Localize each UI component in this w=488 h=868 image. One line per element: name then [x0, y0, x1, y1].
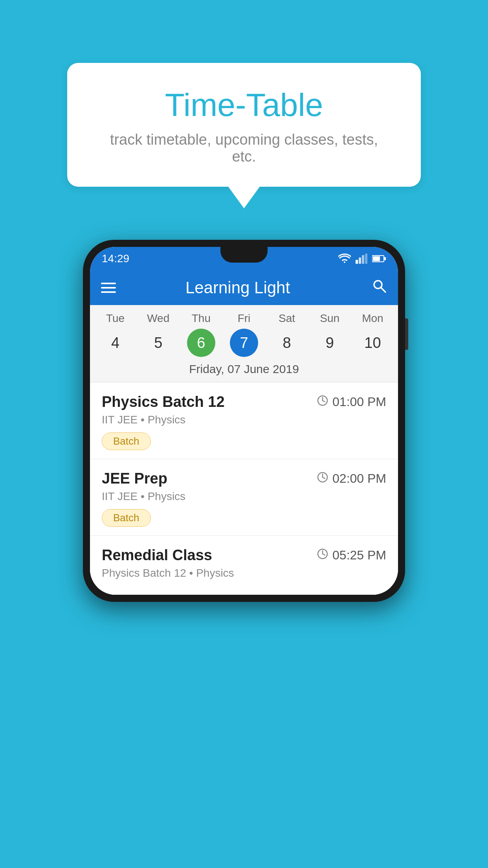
day-name-sat: Sat: [266, 312, 308, 325]
day-numbers-row: 4 5 6 7 8 9 10: [94, 329, 394, 357]
batch-badge-2: Batch: [102, 509, 151, 527]
svg-line-8: [381, 287, 385, 292]
phone-screen: 14:29: [90, 247, 398, 595]
svg-line-14: [323, 477, 325, 478]
bubble-subtitle: track timetable, upcoming classes, tests…: [99, 131, 389, 165]
schedule-item-1-subtitle: IIT JEE • Physics: [102, 414, 386, 426]
status-bar: 14:29: [90, 247, 398, 270]
svg-rect-1: [359, 257, 361, 264]
schedule-item-1-header: Physics Batch 12 01:00 PM: [102, 394, 386, 410]
schedule-item-2-header: JEE Prep 02:00 PM: [102, 470, 386, 487]
status-time: 14:29: [102, 252, 129, 265]
svg-rect-6: [384, 257, 386, 260]
schedule-item-3-subtitle: Physics Batch 12 • Physics: [102, 567, 386, 579]
bubble-title: Time-Table: [99, 86, 389, 123]
svg-rect-2: [362, 255, 364, 264]
schedule-item-2[interactable]: JEE Prep 02:00 PM: [90, 459, 398, 536]
calendar-day-7-selected[interactable]: 7: [230, 329, 258, 357]
calendar-section: Tue Wed Thu Fri Sat Sun Mon 4 5 6 7 8 9 …: [90, 305, 398, 383]
phone-wrapper: 14:29: [63, 240, 425, 602]
schedule-item-3[interactable]: Remedial Class 05:25 PM: [90, 536, 398, 595]
schedule-item-1-time: 01:00 PM: [317, 395, 386, 410]
svg-line-11: [323, 401, 325, 402]
status-icons: [338, 254, 386, 264]
batch-badge-1: Batch: [102, 432, 151, 450]
search-icon[interactable]: [371, 278, 387, 298]
day-name-fri: Fri: [222, 312, 265, 325]
svg-line-17: [323, 554, 325, 555]
wifi-icon: [338, 254, 351, 264]
selected-date-label: Friday, 07 June 2019: [94, 362, 394, 376]
day-names-row: Tue Wed Thu Fri Sat Sun Mon: [94, 312, 394, 325]
calendar-day-10[interactable]: 10: [358, 329, 387, 357]
day-name-tue: Tue: [94, 312, 137, 325]
svg-rect-5: [373, 256, 380, 261]
phone-side-button: [405, 318, 408, 350]
day-name-mon: Mon: [351, 312, 394, 325]
schedule-item-3-time: 05:25 PM: [317, 548, 386, 563]
calendar-day-5[interactable]: 5: [144, 329, 172, 357]
schedule-item-2-subtitle: IIT JEE • Physics: [102, 490, 386, 503]
clock-icon-3: [317, 548, 328, 563]
schedule-item-1-title: Physics Batch 12: [102, 394, 225, 410]
day-name-thu: Thu: [180, 312, 222, 325]
svg-rect-3: [365, 254, 367, 264]
day-name-wed: Wed: [137, 312, 180, 325]
phone-device: 14:29: [83, 240, 405, 602]
calendar-day-8[interactable]: 8: [273, 329, 301, 357]
calendar-day-4[interactable]: 4: [101, 329, 130, 357]
clock-icon-2: [317, 471, 328, 486]
speech-bubble-arrow: [228, 187, 260, 208]
app-title: Learning Light: [125, 278, 350, 297]
app-bar: Learning Light: [90, 270, 398, 305]
schedule-list: Physics Batch 12 01:00 PM: [90, 383, 398, 595]
schedule-item-3-title: Remedial Class: [102, 547, 212, 564]
schedule-item-1[interactable]: Physics Batch 12 01:00 PM: [90, 383, 398, 459]
day-name-sun: Sun: [308, 312, 351, 325]
battery-icon: [372, 255, 386, 263]
calendar-day-6-today[interactable]: 6: [187, 329, 215, 357]
clock-icon-1: [317, 395, 328, 410]
calendar-day-9[interactable]: 9: [316, 329, 344, 357]
schedule-item-2-title: JEE Prep: [102, 470, 167, 487]
speech-bubble-section: Time-Table track timetable, upcoming cla…: [67, 63, 421, 208]
signal-icon: [356, 254, 367, 264]
svg-rect-0: [356, 260, 358, 264]
phone-notch: [220, 247, 268, 263]
speech-bubble-card: Time-Table track timetable, upcoming cla…: [67, 63, 421, 187]
hamburger-menu-icon[interactable]: [101, 283, 116, 293]
schedule-item-3-header: Remedial Class 05:25 PM: [102, 547, 386, 564]
schedule-item-2-time: 02:00 PM: [317, 471, 386, 486]
